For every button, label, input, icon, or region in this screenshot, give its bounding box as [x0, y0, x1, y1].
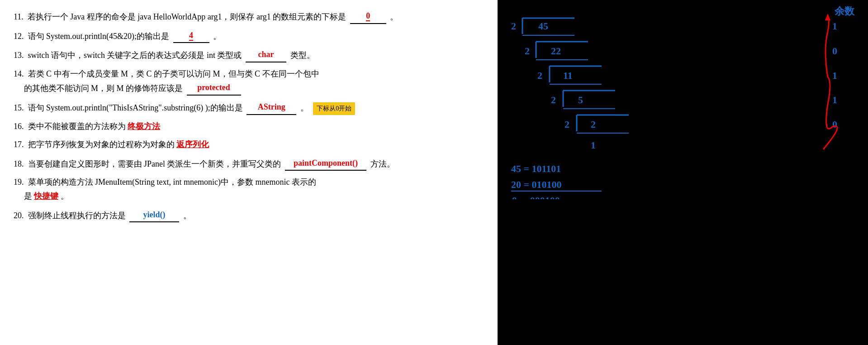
- svg-text:45 = 101101: 45 = 101101: [511, 163, 561, 174]
- svg-text:1: 1: [832, 20, 837, 32]
- question-12: 12. 语句 System.out.println(45&20);的输出是 4 …: [14, 29, 484, 43]
- division-diagram: 2 45 1 2 22 0 2 11 1 2 5 1 2: [502, 5, 855, 199]
- svg-text:45: 45: [538, 20, 548, 32]
- svg-text:0: 0: [832, 119, 837, 130]
- svg-text:2: 2: [511, 20, 516, 32]
- svg-text:2: 2: [537, 70, 542, 81]
- question-18: 18. 当要创建自定义图形时，需要由 JPanel 类派生一个新类，并重写父类的…: [14, 156, 484, 171]
- question-20: 20. 强制终止线程执行的方法是 yield() 。: [14, 208, 484, 223]
- question-list: 11. 若执行一个 Java 程序的命令是 java HelloWorldApp…: [14, 9, 484, 222]
- svg-text:&  = 000100: & = 000100: [511, 195, 560, 199]
- svg-text:1: 1: [832, 70, 837, 81]
- left-panel: 11. 若执行一个 Java 程序的命令是 java HelloWorldApp…: [0, 0, 498, 345]
- question-19: 19. 菜单项的构造方法 JMenuItem(String text, int …: [14, 175, 484, 203]
- svg-text:22: 22: [551, 45, 561, 57]
- svg-text:11: 11: [563, 70, 573, 81]
- svg-text:2: 2: [551, 94, 556, 105]
- svg-text:1: 1: [591, 139, 596, 151]
- question-17: 17. 把字节序列恢复为对象的过程称为对象的 返序列化: [14, 138, 484, 152]
- svg-marker-31: [825, 14, 830, 20]
- svg-text:5: 5: [578, 94, 583, 105]
- tooltip-q15: 下标从0开始: [313, 102, 355, 115]
- question-13: 13. switch 语句中，switch 关键字之后的表达式必须是 int 类…: [14, 48, 484, 62]
- question-11: 11. 若执行一个 Java 程序的命令是 java HelloWorldApp…: [14, 9, 484, 24]
- svg-text:1: 1: [832, 94, 837, 105]
- svg-text:0: 0: [832, 45, 837, 57]
- question-15: 15. 语句 System.out.println("ThisIsAString…: [14, 100, 484, 115]
- svg-text:20 = 010100: 20 = 010100: [511, 179, 562, 190]
- question-16: 16. 类中不能被覆盖的方法称为 终极方法: [14, 120, 484, 134]
- question-14: 14. 若类 C 中有一个成员变量 M，类 C 的子类可以访问 M，但与类 C …: [14, 67, 484, 96]
- right-panel: 余数 2 45 1 2 22 0 2 11 1 2 5: [498, 0, 868, 345]
- svg-text:2: 2: [591, 119, 596, 130]
- svg-text:2: 2: [525, 45, 530, 57]
- svg-text:2: 2: [564, 119, 569, 130]
